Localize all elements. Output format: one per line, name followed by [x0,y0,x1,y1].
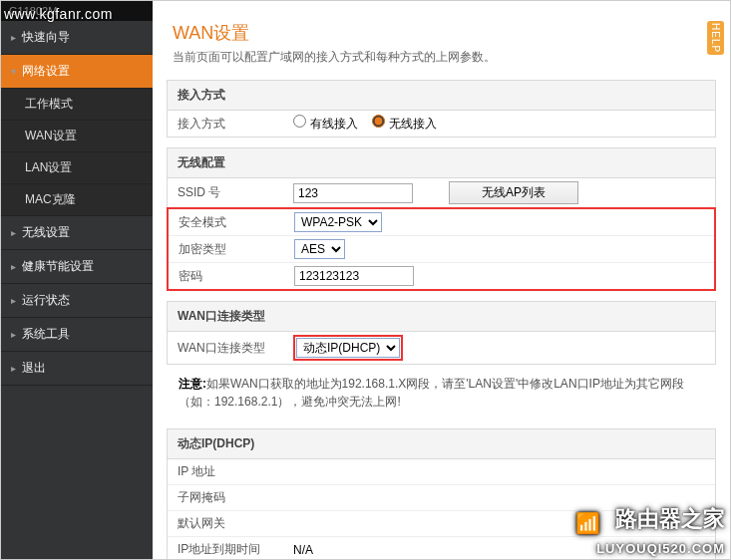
password-label: 密码 [169,264,288,289]
section-wifi-header: 无线配置 [168,148,715,178]
main-panel: HELP WAN设置 当前页面可以配置广域网的接入方式和每种方式的上网参数。 接… [153,1,730,559]
radio-wired-wrap[interactable]: 有线接入 [293,115,358,133]
nav-wireless[interactable]: 无线设置 [1,216,153,250]
watermark-zh: 路由器之家 [615,506,725,531]
watermark-bottom: 📶 路由器之家 LUYOUQI520.COM [570,504,725,556]
page-desc: 当前页面可以配置广域网的接入方式和每种方式的上网参数。 [173,49,730,66]
wan-type-label: WAN口连接类型 [168,336,287,361]
sub-lan-settings[interactable]: LAN设置 [1,152,153,184]
radio-wireless-wrap[interactable]: 无线接入 [372,115,437,133]
nav-energy[interactable]: 健康节能设置 [1,250,153,284]
sidebar: G11802M 快速向导 网络设置 工作模式 WAN设置 LAN设置 MAC克隆… [1,1,153,559]
ap-list-button[interactable]: 无线AP列表 [449,181,578,204]
nav-status[interactable]: 运行状态 [1,284,153,318]
section-dhcp-header: 动态IP(DHCP) [168,429,715,459]
page-title: WAN设置 [173,21,730,45]
wan-note-text: 如果WAN口获取的地址为192.168.1.X网段，请至'LAN设置'中修改LA… [179,377,684,409]
section-access: 接入方式 接入方式 有线接入 无线接入 [167,80,716,138]
nav-network-settings[interactable]: 网络设置 [1,55,153,89]
gw-label: 默认网关 [168,511,287,536]
wan-note: 注意:如果WAN口获取的地址为192.168.1.X网段，请至'LAN设置'中修… [167,371,716,419]
section-wan-type: WAN口连接类型 WAN口连接类型 动态IP(DHCP) [167,301,716,365]
security-mode-label: 安全模式 [169,210,288,235]
radio-wireless-label: 无线接入 [389,117,437,131]
encrypt-type-label: 加密类型 [169,237,288,262]
app-frame: G11802M 快速向导 网络设置 工作模式 WAN设置 LAN设置 MAC克隆… [0,0,731,560]
section-wifi: 无线配置 SSID 号 无线AP列表 安全模式 WPA2-PSK 加密类型 AE… [167,147,716,291]
sub-work-mode[interactable]: 工作模式 [1,89,153,121]
section-access-header: 接入方式 [168,81,715,111]
nav-quick-guide[interactable]: 快速向导 [1,21,153,55]
watermark-top: www.kgfanr.com [4,6,113,22]
radio-wired[interactable] [293,115,306,128]
ip-label: IP 地址 [168,459,287,484]
wan-type-select[interactable]: 动态IP(DHCP) [296,338,400,358]
wan-note-bold: 注意: [179,377,206,391]
sub-wan-settings[interactable]: WAN设置 [1,121,153,152]
mask-label: 子网掩码 [168,485,287,510]
ssid-input[interactable] [293,183,413,203]
section-wan-header: WAN口连接类型 [168,302,715,332]
radio-wireless[interactable] [372,115,385,128]
nav-exit[interactable]: 退出 [1,352,153,386]
sub-mac-clone[interactable]: MAC克隆 [1,184,153,216]
radio-wired-label: 有线接入 [310,117,358,131]
encrypt-type-select[interactable]: AES [294,239,345,259]
watermark-en: LUYOUQI520.COM [596,541,725,556]
security-mode-select[interactable]: WPA2-PSK [294,212,382,232]
help-button[interactable]: HELP [707,21,724,55]
wifi-highlight: 安全模式 WPA2-PSK 加密类型 AES 密码 [167,207,716,291]
watermark-logo-icon: 📶 [570,505,606,541]
lease-label: IP地址到期时间 [168,537,287,559]
access-mode-label: 接入方式 [168,112,287,137]
ssid-label: SSID 号 [168,180,287,205]
password-input[interactable] [294,266,414,286]
nav-tools[interactable]: 系统工具 [1,318,153,352]
